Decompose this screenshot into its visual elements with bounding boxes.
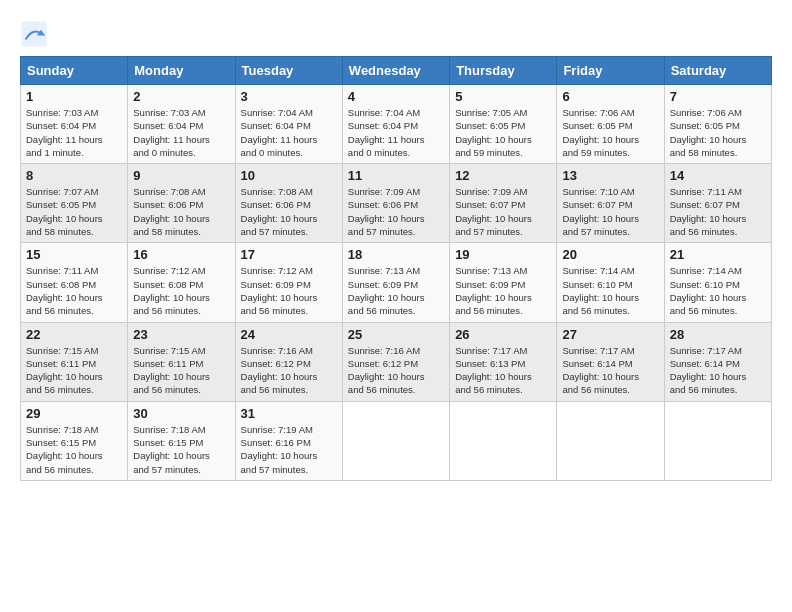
logo — [20, 20, 52, 48]
calendar-cell: 4Sunrise: 7:04 AM Sunset: 6:04 PM Daylig… — [342, 85, 449, 164]
day-info: Sunrise: 7:08 AM Sunset: 6:06 PM Dayligh… — [133, 185, 229, 238]
calendar-cell: 2Sunrise: 7:03 AM Sunset: 6:04 PM Daylig… — [128, 85, 235, 164]
calendar-cell: 20Sunrise: 7:14 AM Sunset: 6:10 PM Dayli… — [557, 243, 664, 322]
calendar-cell — [450, 401, 557, 480]
day-number: 21 — [670, 247, 766, 262]
logo-icon — [20, 20, 48, 48]
day-number: 18 — [348, 247, 444, 262]
day-number: 30 — [133, 406, 229, 421]
day-number: 5 — [455, 89, 551, 104]
day-info: Sunrise: 7:05 AM Sunset: 6:05 PM Dayligh… — [455, 106, 551, 159]
calendar-cell: 25Sunrise: 7:16 AM Sunset: 6:12 PM Dayli… — [342, 322, 449, 401]
calendar-cell: 11Sunrise: 7:09 AM Sunset: 6:06 PM Dayli… — [342, 164, 449, 243]
day-number: 25 — [348, 327, 444, 342]
day-number: 15 — [26, 247, 122, 262]
day-number: 11 — [348, 168, 444, 183]
page-header — [20, 20, 772, 48]
day-info: Sunrise: 7:03 AM Sunset: 6:04 PM Dayligh… — [133, 106, 229, 159]
calendar-cell: 14Sunrise: 7:11 AM Sunset: 6:07 PM Dayli… — [664, 164, 771, 243]
day-number: 10 — [241, 168, 337, 183]
calendar-cell: 8Sunrise: 7:07 AM Sunset: 6:05 PM Daylig… — [21, 164, 128, 243]
day-info: Sunrise: 7:14 AM Sunset: 6:10 PM Dayligh… — [670, 264, 766, 317]
day-number: 27 — [562, 327, 658, 342]
calendar-cell: 24Sunrise: 7:16 AM Sunset: 6:12 PM Dayli… — [235, 322, 342, 401]
day-info: Sunrise: 7:14 AM Sunset: 6:10 PM Dayligh… — [562, 264, 658, 317]
day-info: Sunrise: 7:03 AM Sunset: 6:04 PM Dayligh… — [26, 106, 122, 159]
day-info: Sunrise: 7:11 AM Sunset: 6:07 PM Dayligh… — [670, 185, 766, 238]
day-info: Sunrise: 7:17 AM Sunset: 6:14 PM Dayligh… — [562, 344, 658, 397]
day-number: 24 — [241, 327, 337, 342]
day-info: Sunrise: 7:15 AM Sunset: 6:11 PM Dayligh… — [26, 344, 122, 397]
calendar-cell: 1Sunrise: 7:03 AM Sunset: 6:04 PM Daylig… — [21, 85, 128, 164]
day-number: 19 — [455, 247, 551, 262]
calendar-cell: 21Sunrise: 7:14 AM Sunset: 6:10 PM Dayli… — [664, 243, 771, 322]
calendar-cell: 27Sunrise: 7:17 AM Sunset: 6:14 PM Dayli… — [557, 322, 664, 401]
day-info: Sunrise: 7:06 AM Sunset: 6:05 PM Dayligh… — [562, 106, 658, 159]
calendar-cell: 13Sunrise: 7:10 AM Sunset: 6:07 PM Dayli… — [557, 164, 664, 243]
day-info: Sunrise: 7:04 AM Sunset: 6:04 PM Dayligh… — [241, 106, 337, 159]
day-info: Sunrise: 7:07 AM Sunset: 6:05 PM Dayligh… — [26, 185, 122, 238]
day-info: Sunrise: 7:15 AM Sunset: 6:11 PM Dayligh… — [133, 344, 229, 397]
calendar-cell: 12Sunrise: 7:09 AM Sunset: 6:07 PM Dayli… — [450, 164, 557, 243]
calendar-cell — [342, 401, 449, 480]
week-row-5: 29Sunrise: 7:18 AM Sunset: 6:15 PM Dayli… — [21, 401, 772, 480]
calendar-cell: 18Sunrise: 7:13 AM Sunset: 6:09 PM Dayli… — [342, 243, 449, 322]
day-info: Sunrise: 7:04 AM Sunset: 6:04 PM Dayligh… — [348, 106, 444, 159]
day-number: 17 — [241, 247, 337, 262]
day-number: 9 — [133, 168, 229, 183]
day-number: 29 — [26, 406, 122, 421]
day-info: Sunrise: 7:06 AM Sunset: 6:05 PM Dayligh… — [670, 106, 766, 159]
calendar-cell: 15Sunrise: 7:11 AM Sunset: 6:08 PM Dayli… — [21, 243, 128, 322]
day-info: Sunrise: 7:10 AM Sunset: 6:07 PM Dayligh… — [562, 185, 658, 238]
day-info: Sunrise: 7:11 AM Sunset: 6:08 PM Dayligh… — [26, 264, 122, 317]
weekday-header-sunday: Sunday — [21, 57, 128, 85]
calendar-cell: 9Sunrise: 7:08 AM Sunset: 6:06 PM Daylig… — [128, 164, 235, 243]
weekday-header-friday: Friday — [557, 57, 664, 85]
day-number: 23 — [133, 327, 229, 342]
day-number: 14 — [670, 168, 766, 183]
calendar-cell: 7Sunrise: 7:06 AM Sunset: 6:05 PM Daylig… — [664, 85, 771, 164]
day-number: 8 — [26, 168, 122, 183]
day-info: Sunrise: 7:19 AM Sunset: 6:16 PM Dayligh… — [241, 423, 337, 476]
calendar-cell: 16Sunrise: 7:12 AM Sunset: 6:08 PM Dayli… — [128, 243, 235, 322]
weekday-header-monday: Monday — [128, 57, 235, 85]
week-row-4: 22Sunrise: 7:15 AM Sunset: 6:11 PM Dayli… — [21, 322, 772, 401]
day-number: 4 — [348, 89, 444, 104]
calendar-cell — [557, 401, 664, 480]
weekday-header-wednesday: Wednesday — [342, 57, 449, 85]
day-info: Sunrise: 7:13 AM Sunset: 6:09 PM Dayligh… — [348, 264, 444, 317]
day-number: 2 — [133, 89, 229, 104]
weekday-header-thursday: Thursday — [450, 57, 557, 85]
day-info: Sunrise: 7:18 AM Sunset: 6:15 PM Dayligh… — [26, 423, 122, 476]
calendar-cell: 17Sunrise: 7:12 AM Sunset: 6:09 PM Dayli… — [235, 243, 342, 322]
weekday-header-tuesday: Tuesday — [235, 57, 342, 85]
day-number: 20 — [562, 247, 658, 262]
day-info: Sunrise: 7:12 AM Sunset: 6:09 PM Dayligh… — [241, 264, 337, 317]
calendar-cell: 30Sunrise: 7:18 AM Sunset: 6:15 PM Dayli… — [128, 401, 235, 480]
calendar-cell: 6Sunrise: 7:06 AM Sunset: 6:05 PM Daylig… — [557, 85, 664, 164]
calendar-cell: 3Sunrise: 7:04 AM Sunset: 6:04 PM Daylig… — [235, 85, 342, 164]
week-row-2: 8Sunrise: 7:07 AM Sunset: 6:05 PM Daylig… — [21, 164, 772, 243]
calendar-cell: 29Sunrise: 7:18 AM Sunset: 6:15 PM Dayli… — [21, 401, 128, 480]
calendar-cell: 10Sunrise: 7:08 AM Sunset: 6:06 PM Dayli… — [235, 164, 342, 243]
week-row-3: 15Sunrise: 7:11 AM Sunset: 6:08 PM Dayli… — [21, 243, 772, 322]
day-info: Sunrise: 7:18 AM Sunset: 6:15 PM Dayligh… — [133, 423, 229, 476]
calendar-table: SundayMondayTuesdayWednesdayThursdayFrid… — [20, 56, 772, 481]
day-info: Sunrise: 7:17 AM Sunset: 6:13 PM Dayligh… — [455, 344, 551, 397]
weekday-header-row: SundayMondayTuesdayWednesdayThursdayFrid… — [21, 57, 772, 85]
day-info: Sunrise: 7:09 AM Sunset: 6:06 PM Dayligh… — [348, 185, 444, 238]
calendar-cell: 5Sunrise: 7:05 AM Sunset: 6:05 PM Daylig… — [450, 85, 557, 164]
day-number: 28 — [670, 327, 766, 342]
calendar-cell: 19Sunrise: 7:13 AM Sunset: 6:09 PM Dayli… — [450, 243, 557, 322]
calendar-cell: 31Sunrise: 7:19 AM Sunset: 6:16 PM Dayli… — [235, 401, 342, 480]
calendar-cell: 23Sunrise: 7:15 AM Sunset: 6:11 PM Dayli… — [128, 322, 235, 401]
week-row-1: 1Sunrise: 7:03 AM Sunset: 6:04 PM Daylig… — [21, 85, 772, 164]
day-number: 13 — [562, 168, 658, 183]
day-number: 16 — [133, 247, 229, 262]
day-number: 31 — [241, 406, 337, 421]
day-number: 12 — [455, 168, 551, 183]
day-number: 3 — [241, 89, 337, 104]
day-number: 26 — [455, 327, 551, 342]
calendar-cell: 22Sunrise: 7:15 AM Sunset: 6:11 PM Dayli… — [21, 322, 128, 401]
day-number: 6 — [562, 89, 658, 104]
